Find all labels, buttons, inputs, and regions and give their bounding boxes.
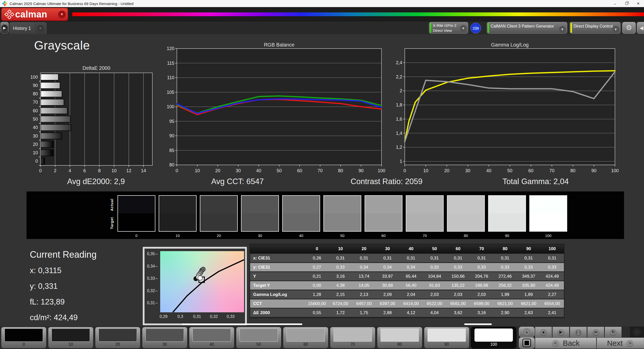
- tab-history-1[interactable]: History 1: [10, 22, 34, 34]
- svg-text:0: 0: [35, 159, 38, 164]
- svg-text:90: 90: [359, 168, 364, 173]
- actual-patch: [159, 196, 196, 213]
- svg-text:20: 20: [33, 142, 38, 147]
- table-cell: 2,03: [423, 290, 446, 299]
- pattern-level-button-0[interactable]: 0: [1, 327, 46, 348]
- table-cell: 0,31: [493, 254, 517, 262]
- table-cell: 6561,00: [446, 299, 470, 308]
- back-button[interactable]: « Back: [535, 338, 596, 348]
- svg-text:40: 40: [486, 168, 491, 173]
- tab-scroll-button[interactable]: ▶: [1, 22, 9, 33]
- calman-logo-text: calman: [15, 9, 47, 20]
- table-cell: 1,89: [517, 290, 540, 299]
- svg-text:60: 60: [33, 108, 38, 113]
- table-cell: 256,32: [493, 281, 517, 290]
- minimize-button[interactable]: –: [609, 0, 621, 7]
- stop-button[interactable]: ■: [535, 327, 552, 337]
- collapse-panel-button[interactable]: ◀: [637, 22, 644, 34]
- swatch-level-label: 70: [406, 233, 444, 238]
- table-cell: 1,72: [329, 309, 352, 317]
- table-col-header: 0: [305, 244, 329, 253]
- add-tab-button[interactable]: +: [34, 22, 46, 34]
- svg-text:60: 60: [297, 168, 302, 173]
- cie-chart-frame: 0,310,320,330,340,35 0,290,30,310,320,33: [143, 247, 247, 325]
- target-patch: [406, 213, 443, 231]
- table-cell: 2,41: [540, 309, 564, 317]
- table-cell: 0,34: [376, 263, 399, 271]
- restore-icon: [625, 2, 628, 5]
- pattern-level-button-10[interactable]: 10: [48, 327, 93, 348]
- svg-text:115: 115: [167, 61, 174, 66]
- pattern-level-button-30[interactable]: 30: [142, 327, 187, 348]
- svg-text:10: 10: [111, 168, 116, 173]
- table-cell: 0,31: [470, 254, 493, 262]
- chevron-left-icon: ◀: [639, 25, 643, 31]
- pattern-level-button-60[interactable]: 60: [283, 327, 328, 348]
- toolbar: ▶ History 1 + X-Rite i1Pro 2Direct View …: [0, 21, 644, 34]
- svg-text:40: 40: [33, 125, 38, 130]
- refresh-button[interactable]: ↻: [605, 327, 622, 337]
- pattern-level-button-20[interactable]: 20: [95, 327, 140, 348]
- table-cell: 2,90: [493, 309, 517, 317]
- svg-text:80: 80: [169, 162, 174, 167]
- pattern-up-button[interactable]: ▲: [519, 327, 535, 337]
- pattern-level-button-100[interactable]: 100: [471, 327, 516, 348]
- table-cell: 2,04: [399, 290, 423, 299]
- table-col-header: 40: [399, 244, 423, 253]
- swatch-level-label: 80: [447, 233, 485, 238]
- table-cell: 104,84: [423, 272, 446, 280]
- pattern-level-button-40[interactable]: 40: [189, 327, 234, 348]
- next-button[interactable]: Next »: [597, 338, 644, 348]
- table-cell: 4,04: [423, 309, 446, 317]
- table-cell: 6414,00: [399, 299, 423, 308]
- pattern-level-button-80[interactable]: 80: [377, 327, 422, 348]
- range-button[interactable]: [··]: [570, 327, 587, 337]
- calman-menu-button[interactable]: calman ▼: [1, 8, 68, 21]
- svg-text:0: 0: [403, 168, 406, 173]
- table-cell: 6621,00: [517, 299, 540, 308]
- svg-text:20: 20: [444, 168, 449, 173]
- table-cell: 91,63: [423, 281, 446, 290]
- pattern-level-button-50[interactable]: 50: [236, 327, 281, 348]
- table-row-label: Target Y: [250, 281, 305, 290]
- pattern-level-label: 80: [377, 342, 422, 347]
- title-bar: Calman 2025 Calman Ultimate for Business…: [0, 0, 644, 7]
- table-row: Target Y0,004,3814,0530,6856,4091,63135,…: [250, 281, 564, 290]
- svg-text:70: 70: [318, 168, 323, 173]
- chevron-down-icon: ▼: [460, 25, 467, 32]
- table-cell: 2,15: [329, 290, 352, 299]
- pattern-level-label: 20: [95, 342, 140, 347]
- pattern-patch: [287, 329, 325, 342]
- pattern-window-icon: [522, 339, 531, 347]
- meter-count-badge[interactable]: 238: [470, 23, 481, 33]
- display-control-dropdown[interactable]: Direct Display Control ▼: [570, 22, 621, 34]
- pattern-window-button[interactable]: [519, 337, 535, 348]
- actual-patch: [489, 196, 526, 213]
- reading-y: y: 0,331: [30, 282, 97, 291]
- pattern-source-dropdown[interactable]: CalMAN Client 3 Pattern Generator ▼: [487, 22, 567, 34]
- restore-button[interactable]: [621, 0, 632, 7]
- svg-text:1,6: 1,6: [396, 117, 402, 122]
- meter-dropdown[interactable]: X-Rite i1Pro 2Direct View ▼: [429, 22, 468, 34]
- table-cell: 1,75: [352, 309, 376, 317]
- settings-button[interactable]: ⚙: [622, 22, 636, 34]
- table-cell: 2,88: [376, 309, 399, 317]
- svg-text:12: 12: [126, 168, 131, 173]
- table-cell: 0,33: [540, 263, 564, 271]
- loop-button[interactable]: ∞: [587, 327, 604, 337]
- pattern-level-button-70[interactable]: 70: [330, 327, 375, 348]
- cie-chart-svg: [160, 251, 244, 312]
- svg-text:14: 14: [141, 168, 146, 173]
- grayscale-swatch-0: [117, 195, 155, 232]
- table-cell: 0,21: [305, 272, 329, 280]
- close-button[interactable]: ×: [632, 0, 644, 7]
- svg-text:80: 80: [570, 168, 576, 173]
- table-cell: 6599,00: [470, 299, 493, 308]
- table-cell: 1,28: [305, 290, 329, 299]
- svg-text:2: 2: [54, 168, 56, 173]
- svg-text:20: 20: [215, 168, 220, 173]
- pattern-level-button-90[interactable]: 90: [424, 327, 469, 348]
- play-button[interactable]: ▶: [553, 327, 569, 337]
- table-cell: 0,33: [446, 263, 470, 271]
- cie-y-tick-label: 0,34: [145, 264, 158, 269]
